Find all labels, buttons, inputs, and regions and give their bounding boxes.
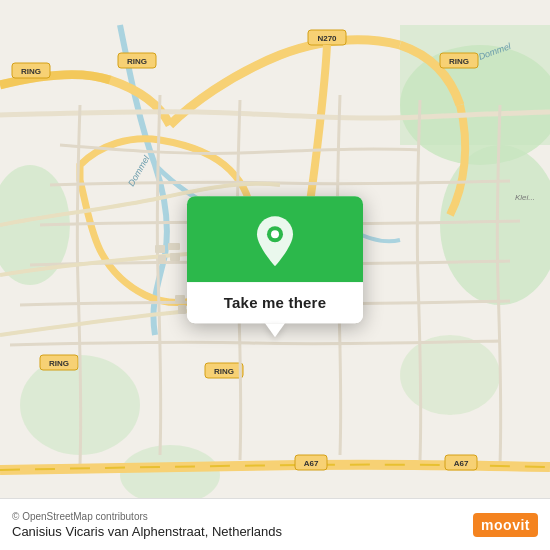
svg-text:N270: N270 xyxy=(317,34,337,43)
svg-point-7 xyxy=(120,445,220,505)
svg-text:RING: RING xyxy=(49,359,69,368)
popup-arrow xyxy=(265,323,285,337)
svg-text:RING: RING xyxy=(214,367,234,376)
svg-rect-39 xyxy=(168,243,180,250)
svg-rect-41 xyxy=(170,253,180,261)
map-container: RING RING RING RING RING N270 xyxy=(0,0,550,550)
attribution-text: © OpenStreetMap contributors xyxy=(12,511,282,522)
bottom-bar: © OpenStreetMap contributors Canisius Vi… xyxy=(0,498,550,550)
svg-point-3 xyxy=(400,335,500,415)
location-popup: Take me there xyxy=(187,196,363,323)
svg-rect-4 xyxy=(400,25,550,145)
moovit-logo[interactable]: moovit xyxy=(473,513,538,537)
svg-text:Klei...: Klei... xyxy=(515,193,535,202)
svg-text:RING: RING xyxy=(21,67,41,76)
location-text: Canisius Vicaris van Alphenstraat, Nethe… xyxy=(12,524,282,539)
svg-rect-47 xyxy=(175,295,185,303)
svg-text:RING: RING xyxy=(449,57,469,66)
take-me-there-button[interactable]: Take me there xyxy=(187,282,363,323)
svg-text:A67: A67 xyxy=(454,459,469,468)
svg-rect-49 xyxy=(178,305,186,314)
svg-point-52 xyxy=(271,230,279,238)
moovit-logo-text: moovit xyxy=(473,513,538,537)
popup-icon-area xyxy=(187,196,363,282)
svg-rect-40 xyxy=(158,255,166,264)
svg-rect-38 xyxy=(155,245,165,253)
bottom-left-info: © OpenStreetMap contributors Canisius Vi… xyxy=(12,511,282,539)
svg-text:RING: RING xyxy=(127,57,147,66)
svg-text:A67: A67 xyxy=(304,459,319,468)
map-pin-icon xyxy=(253,214,297,268)
